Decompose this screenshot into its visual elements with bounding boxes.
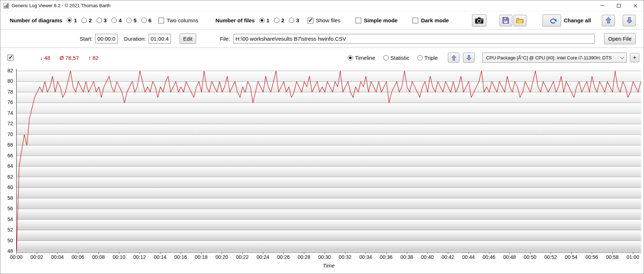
y-axis-label: 82 [7,68,13,73]
y-axis-label: 54 [7,216,13,222]
y-axis-label: 50 [7,238,13,243]
x-axis-label: 00:00 [7,254,26,260]
series-min-value: ↓ 48 [40,55,50,61]
minimize-button[interactable] [594,0,610,11]
show-files-checkbox-box [308,18,313,23]
chevron-down-icon [620,55,624,59]
window-title: Generic Log Viewer 6.2 - © 2021 Thomas B… [12,3,110,8]
reload-colors-button[interactable] [542,14,561,27]
x-axis-label: 00:10 [110,254,128,260]
radio-diagram-count-4[interactable]: 4 [111,17,122,23]
folder-icon [516,17,524,23]
files-label: Number of files [215,17,255,23]
dark-mode-label: Dark mode [421,17,449,23]
series-visible-checkbox[interactable] [8,55,13,60]
y-axis-label: 70 [7,131,13,137]
radio-view-mode-timeline[interactable]: Timeline [348,55,375,61]
edit-button[interactable]: Edit [180,33,196,44]
y-axis-label: 68 [7,142,13,148]
radio-file-count-1[interactable]: 1 [259,17,269,23]
diagram-count-radio-group: 123456 [67,17,156,23]
radio-dot [67,18,72,23]
radio-label: Timeline [355,55,375,61]
diagrams-label: Number of diagrams [10,17,62,23]
screenshot-button[interactable] [472,14,486,27]
app-icon [3,3,9,9]
x-axis-label: 00:56 [582,254,601,260]
radio-label: Statistic [391,55,410,61]
series-move-up-button[interactable] [448,53,459,63]
start-time-input[interactable] [95,34,118,44]
change-all-down-button[interactable] [623,15,636,26]
save-button[interactable] [499,15,512,26]
radio-file-count-3[interactable]: 3 [289,17,299,23]
x-axis-label: 00:16 [171,254,190,260]
series-visible-checkbox-box [8,55,13,60]
x-axis-label: 01:00 [623,254,642,260]
radio-dot [97,18,102,23]
x-axis-label: 00:18 [192,254,211,260]
arrow-down-icon [467,55,471,60]
file-count-radio-group: 123 [259,17,304,23]
y-axis-label: 78 [7,89,13,95]
radio-dot [417,55,423,60]
radio-diagram-count-6[interactable]: 6 [141,17,151,23]
arrow-down-icon [627,17,632,23]
radio-dot [111,18,117,23]
duration-input[interactable] [149,34,171,44]
file-toolbar: Start: Duration: Edit File: Open File [0,30,644,48]
x-axis-label: 00:04 [48,254,67,260]
chart-canvas [17,69,641,252]
dark-mode-checkbox[interactable]: Dark mode [413,17,449,23]
y-axis-label: 62 [7,174,13,180]
open-folder-button[interactable] [513,15,526,26]
add-series-button[interactable]: + [630,53,639,62]
radio-file-count-2[interactable]: 2 [274,17,284,23]
radio-label: 2 [281,17,284,23]
open-file-button[interactable]: Open File [604,33,636,44]
x-axis-label: 00:22 [233,254,252,260]
radio-diagram-count-1[interactable]: 1 [67,17,77,23]
maximize-button[interactable] [610,0,627,11]
series-max-value: ↑ 82 [88,55,98,61]
radio-label: 3 [296,17,299,23]
radio-diagram-count-3[interactable]: 3 [97,17,107,23]
sensor-select[interactable]: CPU Package [Â°C] @ CPU [#0]: Intel Core… [482,53,627,63]
titlebar: Generic Log Viewer 6.2 - © 2021 Thomas B… [0,0,644,11]
file-path-input[interactable] [233,34,595,44]
radio-label: 3 [104,17,107,23]
x-axis-label: 00:20 [212,254,231,260]
x-axis-label: 00:54 [562,254,581,260]
x-axis-label: 00:08 [89,254,108,260]
series-move-down-button[interactable] [463,53,475,63]
series-color-sample [11,37,52,40]
close-button[interactable] [627,0,644,11]
radio-dot [289,18,294,23]
change-all-up-button[interactable] [602,15,615,26]
x-axis-label: 00:36 [377,254,396,260]
radio-view-mode-statistic[interactable]: Statistic [383,55,410,61]
show-files-checkbox[interactable]: Show files [308,17,340,23]
x-axis-label: 00:34 [356,254,375,260]
x-axis-label: 00:38 [397,254,416,260]
two-columns-checkbox[interactable]: Two columns [158,17,198,23]
y-axis-label: 52 [7,227,13,233]
start-label: Start: [80,36,93,42]
simple-mode-checkbox[interactable]: Simple mode [356,17,397,23]
show-files-label: Show files [316,17,340,23]
close-icon [633,4,638,8]
y-axis-label: 56 [7,206,13,211]
radio-diagram-count-2[interactable]: 2 [81,17,92,23]
y-axis-labels: 828078767472706866646260585654525048 [0,69,15,252]
y-axis-label: 48 [7,248,13,254]
radio-diagram-count-5[interactable]: 5 [126,17,136,23]
arrow-up-icon [451,55,456,60]
radio-dot [141,18,147,23]
series-avg-value: Ø 78,57 [59,55,79,61]
radio-view-mode-triple[interactable]: Triple [417,55,438,61]
two-columns-label: Two columns [167,17,198,23]
radio-label: 4 [119,17,122,23]
radio-label: 1 [266,17,269,23]
x-axis-label: 00:02 [27,254,46,260]
radio-dot [383,55,389,60]
